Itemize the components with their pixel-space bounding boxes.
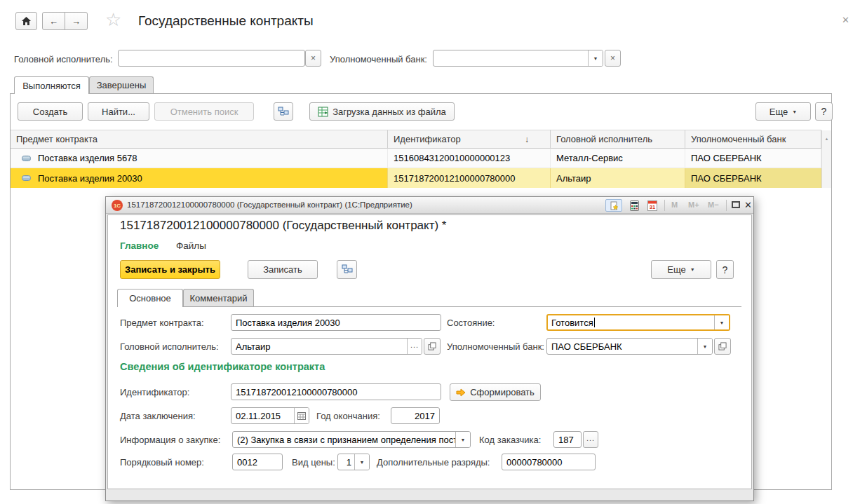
end-year-input[interactable]: 2017 [391,407,440,424]
hierarchy-icon [278,107,289,117]
nav-link-main[interactable]: Главное [120,240,159,251]
serial-number-input[interactable]: 0012 [232,454,283,470]
bank-open-button[interactable] [714,338,731,355]
state-dropdown-button[interactable]: ▼ [714,315,729,329]
customer-code-label: Код заказчика: [479,435,541,445]
memory-plus-button[interactable]: M+ [688,200,699,209]
favorite-star-icon[interactable]: ☆ [105,9,121,31]
chevron-down-icon: ▼ [720,320,725,325]
dialog-heading: 151718720012100000780000 (Государственны… [120,219,446,233]
chevron-down-icon: ▼ [360,460,365,465]
find-button[interactable]: Найти... [88,102,149,121]
chevron-down-icon: ▼ [593,56,598,61]
dialog-more-button[interactable]: Еще ▼ [651,260,711,279]
column-header-id[interactable]: Идентификатор ↓ [388,130,551,149]
dialog-tab-comment[interactable]: Комментарий [183,289,254,306]
dialog-help-button[interactable]: ? [716,260,734,279]
price-type-input[interactable]: 1 ▼ [337,454,370,470]
price-type-label: Вид цены: [292,457,335,468]
generate-button[interactable]: Сформировать [450,383,541,401]
calculator-icon [630,200,639,211]
column-header-executor[interactable]: Головной исполнитель [551,130,685,149]
titlebar-divider [664,200,665,211]
executor-filter-clear-button[interactable]: × [305,50,321,67]
executor-input[interactable]: Альтаир ... [231,338,422,355]
customer-code-choose-button[interactable]: ... [583,431,598,448]
tab-finished[interactable]: Завершены [89,76,154,93]
create-button[interactable]: Создать [18,102,83,121]
contract-dialog: 1С 151718720012100000780000 (Государстве… [105,196,754,501]
dialog-title: 151718720012100000780000 (Государственны… [127,200,412,209]
column-header-bank[interactable]: Уполномоченный банк [685,130,821,149]
purchase-info-label: Информация о закупке: [120,435,220,445]
end-year-label: Год окончания: [316,411,380,421]
bank-dropdown-button[interactable]: ▼ [697,339,712,354]
dialog-titlebar[interactable]: 1С 151718720012100000780000 (Государстве… [106,197,753,214]
bank-filter-clear-button[interactable]: × [605,50,621,67]
customer-code-input[interactable]: 187 [553,431,582,448]
chevron-down-icon: ▼ [792,109,797,114]
add-to-favorites-button[interactable] [605,199,622,212]
titlebar-divider [726,200,727,211]
purchase-info-select[interactable]: (2) Закупка в связи с признанием определ… [232,431,471,448]
arrow-right-icon [456,388,466,397]
bank-filter-label: Уполномоченный банк: [330,54,427,64]
star-document-icon [610,201,619,210]
dialog-tab-main[interactable]: Основное [117,289,183,307]
load-from-file-button[interactable]: Загрузка данных из файла [309,102,455,121]
nav-link-files[interactable]: Файлы [176,240,206,251]
executor-choose-button[interactable]: ... [407,339,422,354]
column-header-subject[interactable]: Предмет контракта [11,130,388,149]
calendar-button[interactable]: 31 [645,199,660,212]
svg-text:31: 31 [650,204,655,210]
memory-minus-button[interactable]: M− [708,200,719,209]
date-input[interactable]: 02.11.2015 [231,407,309,424]
executor-filter-label: Головной исполнитель: [14,54,113,64]
ellipsis-icon: ... [410,341,419,352]
ellipsis-icon: ... [586,435,595,445]
back-button[interactable]: ← [42,12,65,30]
executor-filter-input[interactable] [118,50,305,67]
help-button[interactable]: ? [815,102,833,121]
home-icon [21,16,32,26]
executor-label: Головной исполнитель: [120,341,219,352]
more-button[interactable]: Еще ▼ [755,102,811,121]
price-type-dropdown-button[interactable]: ▼ [354,454,369,470]
page-title: Государственные контракты [138,13,314,29]
excel-file-icon [318,107,328,117]
configure-form-button[interactable] [337,260,357,279]
executor-open-button[interactable] [424,338,441,355]
scroll-up-icon: ▲ [825,137,829,141]
forward-button[interactable]: → [65,12,88,30]
home-button[interactable] [15,12,37,30]
purchase-info-dropdown-button[interactable]: ▼ [455,432,470,447]
subject-label: Предмет контракта: [120,318,204,328]
bank-filter-dropdown-button[interactable]: ▼ [588,50,603,66]
memory-recall-button[interactable]: M [671,200,678,209]
clear-icon: × [311,54,316,62]
identifier-input[interactable]: 151718720012100000780000 [231,383,441,400]
app-window: ← → ☆ Государственные контракты ✕ Головн… [0,0,860,504]
state-label: Состояние: [447,318,495,328]
1c-logo-icon: 1С [112,200,123,211]
calculator-button[interactable] [626,199,642,212]
bank-label: Уполномоченный банк: [447,341,544,352]
configure-list-button[interactable] [274,102,293,121]
open-item-icon [428,342,436,350]
state-input[interactable]: Готовится ▼ [546,314,730,331]
date-picker-button[interactable] [294,408,309,423]
tab-executing[interactable]: Выполняются [14,76,89,94]
subject-input[interactable]: Поставка изделия 20030 [231,314,441,331]
save-and-close-button[interactable]: Записать и закрыть [120,260,220,279]
window-close-icon[interactable]: ✕ [842,15,849,25]
extra-digits-input[interactable]: 00000780000 [502,454,596,470]
tab-strip-line [117,306,741,307]
cancel-search-button[interactable]: Отменить поиск [154,102,254,121]
table-scrollbar[interactable]: ▲ [821,130,831,188]
hierarchy-icon [342,264,353,275]
save-button[interactable]: Записать [248,260,318,279]
dialog-close-icon[interactable]: ✕ [744,200,752,210]
bank-input[interactable]: ПАО СБЕРБАНК ▼ [546,338,713,355]
bank-filter-input[interactable]: ▼ [433,50,603,67]
maximize-icon[interactable] [732,201,740,208]
